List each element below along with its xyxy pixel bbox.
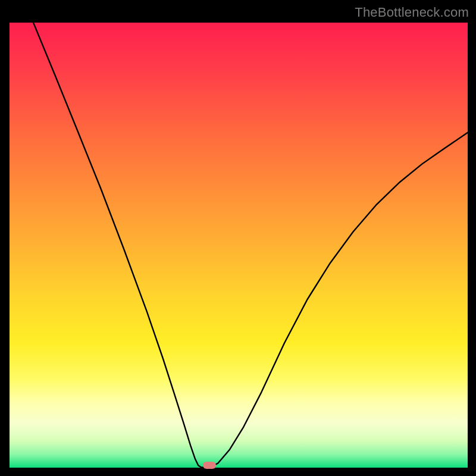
bottleneck-curve — [33, 23, 468, 468]
chart-plot-area — [10, 23, 468, 468]
minimum-marker — [203, 462, 216, 469]
watermark-text: TheBottleneck.com — [355, 5, 469, 20]
curve-plot — [10, 23, 468, 468]
